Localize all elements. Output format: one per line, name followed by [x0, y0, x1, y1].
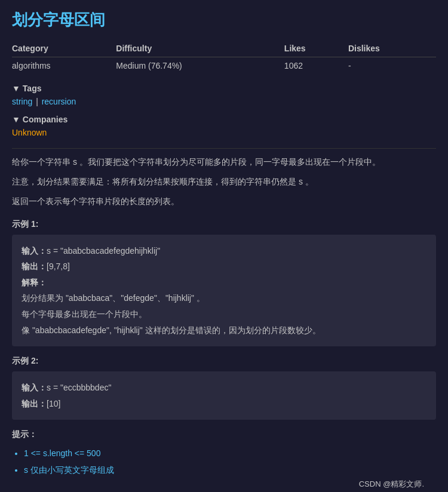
tag-string[interactable]: string	[12, 97, 32, 106]
col-header-difficulty: Difficulty	[116, 40, 284, 57]
watermark: CSDN @精彩文师.	[359, 479, 424, 490]
table-row: algorithms Medium (76.74%) 1062 -	[12, 57, 436, 75]
col-header-likes: Likes	[284, 40, 348, 57]
example1-output: 输出：[9,7,8]	[22, 259, 426, 275]
example2-title: 示例 2:	[12, 356, 436, 367]
desc-line1: 给你一个字符串 s 。我们要把这个字符串划分为尽可能多的片段，同一字母最多出现在…	[12, 155, 436, 170]
example1-explain-line1: 划分结果为 "ababcbaca"、"defegde"、"hijhklij" 。	[22, 290, 426, 306]
hints-section: 提示： 1 <= s.length <= 500 s 仅由小写英文字母组成	[12, 429, 436, 478]
example1-output-label: 输出：	[22, 262, 47, 271]
example1-explain-label: 解释：	[22, 275, 426, 291]
tags-triangle-icon: ▼	[12, 84, 20, 93]
page-wrapper: 划分字母区间 Category Difficulty Likes Dislike…	[12, 10, 436, 492]
cell-category: algorithms	[12, 57, 116, 75]
cell-dislikes: -	[348, 57, 436, 75]
col-header-category: Category	[12, 40, 116, 57]
page-title: 划分字母区间	[12, 10, 436, 30]
example1-title: 示例 1:	[12, 219, 436, 230]
example2-input-value: s = "eccbbbbdec"	[47, 383, 111, 392]
tags-title: ▼ Tags	[12, 84, 436, 93]
companies-section: ▼ Companies Unknown	[12, 115, 436, 137]
example1-output-value: [9,7,8]	[47, 262, 70, 271]
desc-line3: 返回一个表示每个字符串片段的长度的列表。	[12, 194, 436, 209]
description-block: 给你一个字符串 s 。我们要把这个字符串划分为尽可能多的片段，同一字母最多出现在…	[12, 155, 436, 210]
desc-line2: 注意，划分结果需要满足：将所有划分结果按顺序连接，得到的字符串仍然是 s 。	[12, 174, 436, 189]
cell-difficulty: Medium (76.74%)	[116, 57, 284, 75]
example1-input: 输入：s = "ababcbacadefegdehijhklij"	[22, 243, 426, 259]
companies-value: Unknown	[12, 128, 47, 137]
tag-recursion[interactable]: recursion	[42, 97, 76, 106]
companies-label: Companies	[23, 115, 67, 124]
hint-item-2-text: s 仅由小写英文字母组成	[24, 465, 114, 475]
example1-input-label: 输入：	[22, 246, 47, 256]
divider	[12, 148, 436, 149]
example2-output: 输出：[10]	[22, 396, 426, 412]
tag-separator: |	[36, 97, 38, 106]
example2-input: 输入：s = "eccbbbbdec"	[22, 380, 426, 396]
col-header-dislikes: Dislikes	[348, 40, 436, 57]
cell-likes: 1062	[284, 57, 348, 75]
companies-title: ▼ Companies	[12, 115, 436, 124]
hints-title: 提示：	[12, 429, 436, 440]
info-table: Category Difficulty Likes Dislikes algor…	[12, 40, 436, 74]
example1-explain-heading: 解释：	[22, 278, 47, 287]
hint-item-1: 1 <= s.length <= 500	[24, 445, 436, 462]
tags-label: Tags	[23, 84, 42, 93]
hint-item-2: s 仅由小写英文字母组成	[24, 462, 436, 478]
example1-input-value: s = "ababcbacadefegdehijhklij"	[47, 246, 160, 256]
example2-output-value: [10]	[47, 399, 60, 408]
example1-explain-line2: 每个字母最多出现在一个片段中。	[22, 306, 426, 322]
example1-explain-line3: 像 "ababcbacadefegde", "hijhklij" 这样的划分是错…	[22, 322, 426, 339]
example1-box: 输入：s = "ababcbacadefegdehijhklij" 输出：[9,…	[12, 235, 436, 347]
example2-box: 输入：s = "eccbbbbdec" 输出：[10]	[12, 371, 436, 420]
hints-list: 1 <= s.length <= 500 s 仅由小写英文字母组成	[12, 445, 436, 478]
companies-triangle-icon: ▼	[12, 115, 20, 124]
hint-item-1-text: 1 <= s.length <= 500	[24, 448, 100, 458]
example2-input-label: 输入：	[22, 383, 47, 392]
example2-output-label: 输出：	[22, 399, 47, 408]
tags-section: ▼ Tags string | recursion	[12, 84, 436, 106]
